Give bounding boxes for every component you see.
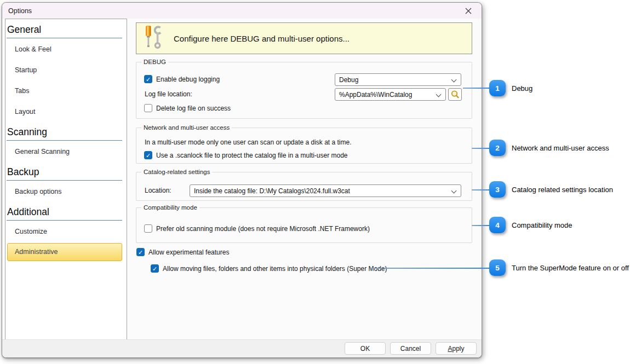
- sidebar-header-scanning: Scanning: [7, 126, 122, 141]
- close-button[interactable]: [459, 4, 478, 18]
- callout-connector-5: [370, 268, 490, 269]
- screwdriver-wrench-icon: [144, 25, 164, 51]
- cancel-button[interactable]: Cancel: [390, 342, 431, 355]
- banner-text: Configure here DEBUG and multi-user opti…: [174, 34, 350, 43]
- callout-connector-4: [472, 225, 490, 226]
- network-group-title: Network and multi-user access: [141, 124, 232, 132]
- callout-catalog-settings: 3 Catalog related settings location: [489, 181, 613, 198]
- checkbox-icon[interactable]: [144, 151, 152, 159]
- callout-badge-4: 4: [489, 217, 506, 233]
- sidebar-header-general: General: [7, 24, 122, 38]
- debug-group: DEBUG Enable debug logging Debug Log fil…: [136, 62, 472, 119]
- scanlock-checkbox[interactable]: Use a .scanlock file to protect the cata…: [144, 151, 348, 159]
- log-file-location-label: Log file location:: [145, 90, 192, 98]
- callout-badge-1: 1: [489, 80, 506, 96]
- checkbox-label: Allow experimental features: [148, 249, 229, 256]
- sidebar-item-customize[interactable]: Customize: [7, 221, 122, 241]
- callout-connector-2: [472, 148, 490, 149]
- sidebar-item-look-and-feel[interactable]: Look & Feel: [7, 38, 122, 59]
- callout-supermode: 5 Turn the SuperMode feature on or off: [489, 259, 629, 276]
- browse-log-location-button[interactable]: [448, 88, 462, 101]
- sidebar-item-administrative[interactable]: Administrative: [7, 243, 122, 261]
- combobox-value: Debug: [339, 76, 358, 84]
- multi-user-info-text: In a multi-user mode only one user can s…: [145, 138, 352, 146]
- callout-badge-3: 3: [489, 181, 506, 198]
- sidebar: General Look & Feel Startup Tabs Layout …: [5, 19, 127, 340]
- close-icon: [465, 8, 472, 14]
- magnifier-icon: [450, 90, 460, 99]
- sidebar-item-general-scanning[interactable]: General Scanning: [7, 141, 122, 161]
- debug-group-title: DEBUG: [141, 58, 168, 66]
- delete-log-file-checkbox[interactable]: Delete log file on success: [144, 104, 231, 112]
- checkbox-icon[interactable]: [144, 224, 152, 233]
- sidebar-header-backup: Backup: [7, 166, 122, 181]
- ok-button[interactable]: OK: [345, 342, 386, 355]
- prefer-old-scanning-checkbox[interactable]: Prefer old scanning module (does not req…: [144, 224, 370, 233]
- callout-label-1: Debug: [512, 84, 532, 93]
- checkbox-icon[interactable]: [151, 264, 159, 273]
- window-title: Options: [2, 7, 32, 15]
- super-mode-checkbox[interactable]: Allow moving files, folders and other it…: [151, 264, 387, 273]
- chevron-down-icon: [451, 188, 457, 194]
- log-file-location-combobox[interactable]: %AppData%\WinCatalog: [335, 88, 446, 101]
- options-dialog: Options General Look & Feel Startup Tabs…: [2, 2, 482, 358]
- callout-compatibility: 4 Compatibility mode: [489, 217, 572, 233]
- checkbox-label: Delete log file on success: [156, 105, 231, 112]
- callout-debug: 1 Debug: [489, 80, 532, 96]
- dialog-footer: OK Cancel Apply: [2, 339, 482, 357]
- compatibility-group-title: Compatibility mode: [141, 204, 199, 212]
- title-bar: Options: [2, 3, 482, 19]
- sidebar-item-startup[interactable]: Startup: [7, 59, 122, 80]
- callout-connector-3: [472, 189, 490, 190]
- chevron-down-icon: [451, 77, 457, 83]
- callout-network: 2 Network and multi-user access: [489, 140, 609, 156]
- network-group: Network and multi-user access In a multi…: [136, 128, 472, 164]
- sidebar-item-backup-options[interactable]: Backup options: [7, 181, 122, 201]
- catalog-settings-group: Catalog-related settings Location: Insid…: [136, 172, 472, 201]
- location-label: Location:: [145, 187, 171, 194]
- checkbox-label: Prefer old scanning module (does not req…: [156, 225, 370, 233]
- callout-label-5: Turn the SuperMode feature on or off: [512, 264, 629, 272]
- allow-experimental-features-checkbox[interactable]: Allow experimental features: [136, 248, 229, 256]
- checkbox-label: Allow moving files, folders and other it…: [163, 265, 387, 273]
- checkbox-icon[interactable]: [144, 75, 152, 83]
- checkbox-icon[interactable]: [144, 104, 152, 112]
- info-banner: Configure here DEBUG and multi-user opti…: [136, 22, 472, 54]
- callout-label-3: Catalog related settings location: [512, 186, 613, 194]
- apply-accelerator: A: [448, 345, 452, 353]
- checkbox-label: Use a .scanlock file to protect the cata…: [156, 152, 348, 159]
- catalog-settings-location-combobox[interactable]: Inside the catalog file: D:\My Catalogs\…: [190, 184, 461, 197]
- callout-label-2: Network and multi-user access: [512, 144, 609, 152]
- checkbox-label: Enable debug logging: [156, 76, 220, 83]
- catalog-group-title: Catalog-related settings: [141, 168, 212, 176]
- sidebar-header-additional: Additional: [7, 206, 122, 221]
- sidebar-item-tabs[interactable]: Tabs: [7, 80, 122, 101]
- callout-connector-1: [463, 88, 490, 89]
- sidebar-item-layout[interactable]: Layout: [7, 101, 122, 122]
- combobox-value: %AppData%\WinCatalog: [339, 91, 412, 99]
- callout-badge-2: 2: [489, 140, 506, 156]
- debug-level-combobox[interactable]: Debug: [335, 73, 461, 86]
- enable-debug-logging-checkbox[interactable]: Enable debug logging: [144, 75, 220, 83]
- apply-label-rest: pply: [453, 345, 465, 353]
- combobox-value: Inside the catalog file: D:\My Catalogs\…: [194, 187, 350, 195]
- checkbox-icon[interactable]: [136, 248, 145, 256]
- apply-button[interactable]: Apply: [436, 342, 477, 355]
- chevron-down-icon: [436, 92, 442, 97]
- compatibility-group: Compatibility mode Prefer old scanning m…: [136, 207, 472, 243]
- screenshot-canvas: Options General Look & Feel Startup Tabs…: [0, 0, 630, 364]
- callout-badge-5: 5: [489, 259, 506, 276]
- callout-label-4: Compatibility mode: [512, 221, 572, 229]
